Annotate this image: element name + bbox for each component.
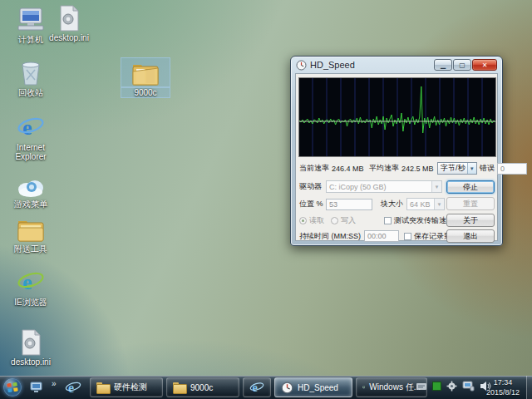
desktop-icon-recycle-bin[interactable]: 回收站	[7, 58, 55, 97]
taskbar-button-9000c[interactable]: 9000c	[166, 377, 239, 397]
read-radio	[299, 217, 307, 224]
quick-launch-icon[interactable]	[30, 382, 42, 397]
duration-row: 持续时间 (MM:SS) 00:00 保存记录到文件	[299, 230, 466, 242]
taskbar-button-label: HD_Speed	[298, 383, 338, 392]
average-rate-value: 242.5 MB	[401, 165, 435, 173]
gear-icon[interactable]	[446, 381, 457, 392]
desktop-icon-label: IE浏览器	[7, 298, 55, 307]
taskbar-clock[interactable]: 17:34 2015/8/12	[480, 377, 526, 397]
desktop-icon-label: desktop.ini	[7, 357, 55, 367]
stop-button[interactable]: 停止	[446, 180, 495, 194]
start-button[interactable]	[3, 378, 22, 397]
duration-label: 持续时间 (MM:SS)	[299, 231, 361, 242]
chevron-down-icon: ▼	[467, 163, 476, 174]
desktop-icon-ini-top[interactable]: desktop.ini	[45, 3, 93, 42]
window-title: HD_Speed	[310, 60, 355, 70]
unit-select[interactable]: 字节/秒 ▼	[437, 162, 477, 175]
window-client-area: 当前速率 246.4 MB 平均速率 242.5 MB 字节/秒 ▼ 错误 0 …	[295, 73, 498, 241]
ie-quicklaunch-icon[interactable]: e	[65, 379, 81, 399]
ini-file-icon	[7, 328, 55, 356]
desktop-icon-internet-explorer[interactable]: e Internet Explorer	[7, 113, 55, 161]
folder-icon	[173, 382, 186, 393]
desktop-icon-ie-browser[interactable]: e IE浏览器	[7, 268, 55, 307]
taskbar-button-label: Windows 任...	[369, 382, 421, 393]
current-rate-label: 当前速率	[299, 163, 329, 174]
ie-icon: e	[7, 113, 55, 141]
position-field: 53	[326, 199, 372, 210]
drive-select-value: C: iCopy (50 GB)	[329, 183, 387, 191]
recycle-bin-icon	[7, 58, 55, 86]
unit-select-value: 字节/秒	[441, 163, 466, 174]
input-method-icon[interactable]	[416, 382, 427, 392]
windows-logo-icon	[3, 378, 22, 397]
burst-option[interactable]: 测试突发传输速率	[384, 215, 454, 226]
cloud-icon	[7, 170, 55, 198]
mode-row: 读取 写入 测试突发传输速率	[299, 215, 454, 226]
position-label: 位置 %	[299, 199, 323, 209]
title-bar[interactable]: HD_Speed ▁ ▢ ✕	[291, 57, 502, 73]
duration-field: 00:00	[364, 230, 399, 242]
toolbar-overflow-chevron[interactable]: »	[52, 379, 57, 388]
position-row: 位置 % 53 块大小 64 KB ▼	[299, 198, 445, 210]
ie-icon: e	[249, 380, 264, 395]
burst-label: 测试突发传输速率	[394, 215, 454, 226]
app-clock-icon	[281, 382, 293, 394]
drive-label: 驱动器	[299, 181, 323, 192]
taskbar-button-ie[interactable]: e	[243, 377, 271, 397]
folder-icon	[121, 58, 170, 86]
desktop-icon-9000c[interactable]: 9000c	[121, 58, 170, 97]
taskbar: » e 硬件检测 9000c e	[0, 376, 532, 399]
ie-green-icon: e	[7, 268, 55, 296]
app-clock-icon	[296, 60, 307, 71]
folder-icon	[96, 382, 110, 393]
exit-button[interactable]: 退出	[446, 229, 495, 243]
desktop-icon-label: 9000c	[121, 88, 170, 97]
folder-icon	[7, 214, 55, 243]
desktop-icon-label: 回收站	[7, 88, 55, 97]
tray-app-icon[interactable]	[432, 382, 441, 391]
task-manager-icon	[362, 382, 365, 393]
network-icon[interactable]	[462, 381, 475, 392]
average-rate-label: 平均速率	[369, 163, 399, 174]
drive-select: C: iCopy (50 GB) ▼	[326, 180, 442, 193]
write-radio	[331, 217, 338, 224]
speed-graph	[299, 78, 495, 156]
errors-field[interactable]: 0	[497, 163, 527, 175]
desktop-icon-bonus-tools[interactable]: 附送工具	[7, 214, 55, 254]
burst-checkbox[interactable]	[384, 217, 392, 224]
taskbar-button-label: 硬件检测	[114, 382, 147, 393]
desktop-icon-label: 游戏菜单	[7, 200, 55, 209]
minimize-button[interactable]: ▁	[434, 59, 452, 71]
desktop-icon-ini-bottom[interactable]: desktop.ini	[7, 328, 55, 367]
desktop-icon-label: desktop.ini	[45, 33, 93, 42]
read-label: 读取	[309, 215, 324, 226]
desktop-icon-game-menu[interactable]: 游戏菜单	[7, 170, 55, 209]
ini-file-icon	[45, 3, 93, 32]
taskbar-button-hd-speed[interactable]: HD_Speed	[274, 377, 352, 397]
errors-label: 错误	[480, 163, 495, 174]
taskbar-button-hardware-check[interactable]: 硬件检测	[90, 377, 163, 397]
write-label: 写入	[341, 215, 356, 226]
block-size-select: 64 KB ▼	[406, 198, 445, 210]
about-button[interactable]: 关于	[446, 214, 495, 227]
reset-button: 重置	[446, 197, 495, 210]
clock-time: 17:34	[480, 377, 526, 387]
speed-graph-panel	[298, 77, 496, 157]
rates-row: 当前速率 246.4 MB 平均速率 242.5 MB 字节/秒 ▼ 错误 0	[299, 162, 527, 175]
current-rate-value: 246.4 MB	[332, 165, 367, 173]
desktop-icon-label: 附送工具	[7, 244, 55, 254]
block-size-label: 块大小	[381, 199, 403, 209]
desktop: 计算机 desktop.ini 回收站 e	[0, 0, 532, 399]
close-button[interactable]: ✕	[472, 59, 497, 71]
save-checkbox[interactable]	[404, 233, 411, 240]
taskbar-button-label: 9000c	[190, 383, 213, 392]
hd-speed-window: HD_Speed ▁ ▢ ✕ 当前速率 246.4 MB 平均速率 242.5 …	[290, 56, 503, 246]
show-desktop-button[interactable]	[526, 376, 532, 399]
drive-row: 驱动器 C: iCopy (50 GB) ▼	[299, 180, 442, 193]
chevron-down-icon: ▼	[434, 199, 444, 209]
block-size-value: 64 KB	[410, 200, 431, 209]
clock-date: 2015/8/12	[480, 387, 526, 397]
maximize-button[interactable]: ▢	[453, 59, 471, 71]
desktop-icon-label: Internet Explorer	[7, 143, 55, 161]
chevron-down-icon: ▼	[431, 181, 441, 192]
